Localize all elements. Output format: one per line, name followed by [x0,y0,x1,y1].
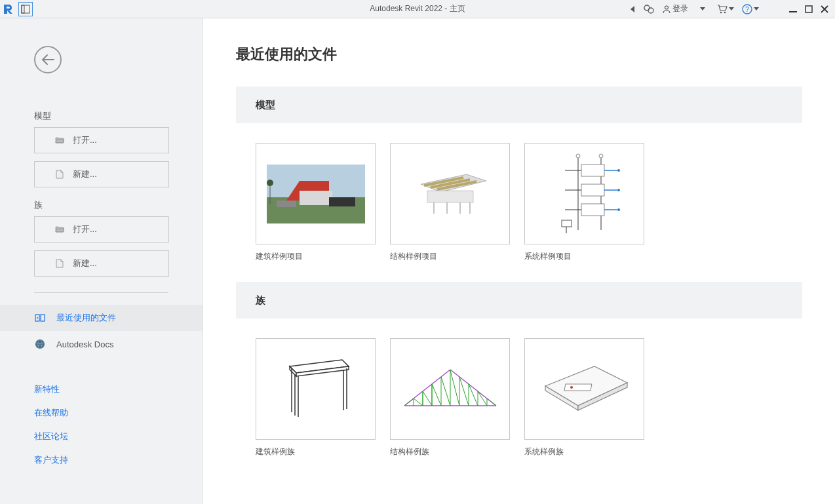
recent-icon [34,312,46,324]
sidebar-model-label: 模型 [34,110,168,122]
svg-rect-34 [581,165,604,176]
search-icon[interactable] [641,3,657,16]
svg-rect-1 [22,5,24,13]
svg-line-79 [487,398,496,406]
family-card-system[interactable] [524,338,644,440]
model-card-system[interactable] [524,143,644,244]
dropdown-icon[interactable] [693,6,712,12]
svg-line-69 [414,398,423,406]
family-card-struct[interactable] [390,338,510,440]
model-new-button[interactable]: 新建... [34,161,169,187]
svg-point-32 [576,154,580,158]
nav-autodesk-docs[interactable]: Autodesk Docs [0,331,203,357]
maximize-button[interactable] [802,3,815,16]
link-forum[interactable]: 社区论坛 [34,431,203,442]
svg-rect-12 [41,315,45,321]
svg-text:?: ? [745,6,749,13]
svg-point-13 [37,317,38,319]
nav-recent-files[interactable]: 最近使用的文件 [0,305,203,331]
help-icon[interactable]: ? [739,3,762,16]
svg-rect-19 [300,191,332,205]
svg-line-76 [459,377,469,406]
model-new-label: 新建... [73,168,97,180]
svg-line-73 [432,384,441,406]
svg-rect-10 [806,6,812,12]
sidebar-family-label: 族 [34,199,168,211]
svg-rect-9 [789,11,797,12]
family-open-label: 打开... [73,223,97,235]
svg-rect-25 [427,191,473,203]
document-new-icon [54,169,65,180]
svg-rect-38 [581,184,604,196]
svg-line-68 [404,398,414,406]
nav-recent-label: 最近使用的文件 [56,312,116,324]
family-card-struct-label: 结构样例族 [390,446,510,457]
document-new-icon [54,258,65,269]
svg-line-74 [441,377,450,406]
minimize-button[interactable] [786,3,800,16]
close-button[interactable] [818,3,831,16]
home-toolbar-button[interactable] [18,2,33,16]
model-card-arch-label: 建筑样例项目 [256,251,376,262]
folder-open-icon [54,224,65,235]
svg-rect-0 [22,5,29,13]
login-label: 登录 [672,3,688,14]
svg-point-4 [665,6,669,9]
page-title: 最近使用的文件 [236,45,802,64]
model-card-struct[interactable] [390,143,510,244]
svg-line-78 [478,391,487,406]
link-onlinehelp[interactable]: 在线帮助 [34,407,203,419]
svg-point-5 [720,11,722,13]
link-whatsnew[interactable]: 新特性 [34,383,203,395]
back-button[interactable] [34,46,62,73]
svg-point-23 [267,180,273,186]
svg-point-6 [724,11,726,13]
family-card-system-label: 系统样例族 [524,446,644,457]
model-open-label: 打开... [73,134,97,146]
model-card-system-label: 系统样例项目 [524,251,644,262]
family-open-button[interactable]: 打开... [34,216,169,242]
svg-point-84 [570,386,573,389]
title-bar: Autodesk Revit 2022 - 主页 登录 ? [0,0,835,18]
app-icon[interactable] [0,1,17,18]
nav-left-icon[interactable] [628,5,638,14]
svg-point-40 [617,189,620,191]
sidebar: 模型 打开... 新建... 族 打开... 新建... 最近使用的文件 [0,18,203,504]
svg-point-33 [599,154,603,158]
family-card-arch-label: 建筑样例族 [256,446,376,457]
svg-point-44 [617,208,620,211]
svg-rect-42 [581,204,604,216]
model-open-button[interactable]: 打开... [34,127,169,153]
sidebar-divider [34,292,168,293]
cart-icon[interactable] [714,3,737,16]
family-card-arch[interactable] [256,338,376,440]
svg-rect-20 [277,201,296,207]
section-header-model: 模型 [236,87,802,123]
svg-point-3 [648,8,653,13]
nav-docs-label: Autodesk Docs [56,339,113,349]
svg-point-36 [617,169,620,172]
svg-rect-46 [562,220,572,227]
svg-line-71 [423,391,432,406]
folder-open-icon [54,135,65,145]
section-header-family: 族 [236,282,802,319]
family-new-label: 新建... [73,258,97,269]
main-content: 最近使用的文件 模型 建筑样例项目 [203,18,835,504]
svg-rect-21 [329,197,355,206]
model-card-arch[interactable] [256,143,376,244]
family-new-button[interactable]: 新建... [34,250,169,277]
login-button[interactable]: 登录 [659,2,691,16]
window-title: Autodesk Revit 2022 - 主页 [370,3,465,14]
globe-icon [34,338,46,350]
link-support[interactable]: 客户支持 [34,454,203,466]
svg-rect-83 [564,384,592,391]
model-card-struct-label: 结构样例项目 [390,251,510,262]
